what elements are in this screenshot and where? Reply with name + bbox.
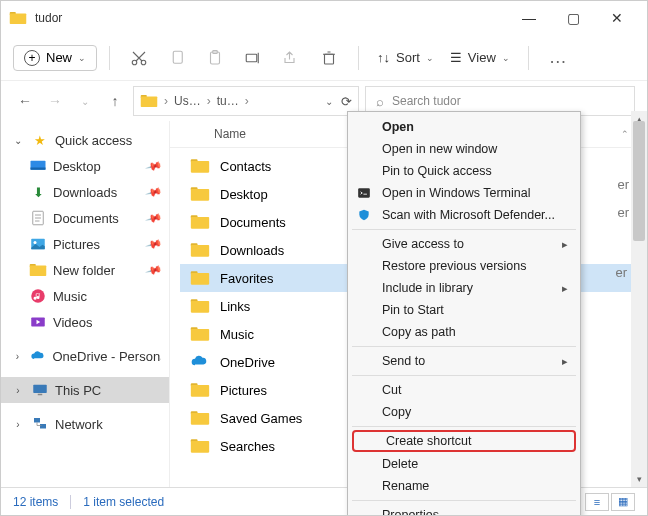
cm-send-to[interactable]: Send to▸ [348,350,580,372]
svg-rect-4 [173,51,182,63]
cm-copy-path[interactable]: Copy as path [348,321,580,343]
cm-include-library[interactable]: Include in library▸ [348,277,580,299]
sidebar-item-quick-access[interactable]: ⌄ ★ Quick access [1,127,169,153]
svg-rect-35 [191,301,209,313]
cm-pin-start[interactable]: Pin to Start [348,299,580,321]
view-label: View [468,50,496,65]
cloud-icon [190,352,210,372]
svg-rect-22 [34,418,40,423]
up-button[interactable]: ↑ [103,89,127,113]
breadcrumb-seg[interactable]: Us… [174,94,201,108]
chevron-right-icon: › [11,419,25,430]
svg-rect-44 [358,188,370,197]
window-title: tudor [35,11,62,25]
cm-give-access[interactable]: Give access to▸ [348,233,580,255]
folder-icon [190,184,210,204]
partial-col-text: er [613,265,629,280]
maximize-button[interactable]: ▢ [563,8,583,28]
svg-rect-12 [31,168,46,170]
copy-icon[interactable] [160,41,194,75]
share-icon[interactable] [274,41,308,75]
cm-open-terminal[interactable]: Open in Windows Terminal [348,182,580,204]
delete-icon[interactable] [312,41,346,75]
window-folder-icon [9,9,27,27]
rename-icon[interactable] [236,41,270,75]
sidebar-item-this-pc[interactable]: › This PC [1,377,169,403]
folder-icon [190,268,210,288]
cm-properties[interactable]: Properties [348,504,580,516]
menu-separator [352,229,576,230]
window-buttons: — ▢ ✕ [519,8,639,28]
close-button[interactable]: ✕ [607,8,627,28]
sidebar-item-network[interactable]: › Network [1,411,169,437]
pin-icon: 📌 [145,235,164,253]
scroll-thumb[interactable] [633,121,645,241]
menu-separator [352,426,576,427]
sidebar-item-new-folder[interactable]: New folder 📌 [1,257,169,283]
chevron-down-icon[interactable]: ⌄ [325,96,333,107]
cm-copy[interactable]: Copy [348,401,580,423]
sidebar-label: OneDrive - Personal [52,349,161,364]
paste-icon[interactable] [198,41,232,75]
svg-rect-1 [10,14,27,25]
sidebar-item-pictures[interactable]: Pictures 📌 [1,231,169,257]
cm-open-new-window[interactable]: Open in new window [348,138,580,160]
breadcrumb[interactable]: › Us… › tu… › ⌄ ⟳ [133,86,359,116]
cm-cut[interactable]: Cut [348,379,580,401]
chevron-down-icon: ⌄ [502,53,510,63]
file-label: OneDrive [220,355,275,370]
sidebar-item-onedrive[interactable]: › OneDrive - Personal [1,343,169,369]
sidebar: ⌄ ★ Quick access Desktop 📌 ⬇ Downloads 📌… [1,121,169,487]
chevron-down-icon: ⌄ [78,53,86,63]
cm-scan-defender[interactable]: Scan with Microsoft Defender... [348,204,580,226]
folder-icon [190,436,210,456]
view-button[interactable]: ☰ View ⌄ [444,46,516,69]
chevron-right-icon: › [11,351,24,362]
file-label: Searches [220,439,275,454]
cm-rename[interactable]: Rename [348,475,580,497]
partial-col-text: er [617,205,629,220]
svg-rect-27 [191,189,209,201]
new-button[interactable]: + New ⌄ [13,45,97,71]
thumbnails-view-button[interactable]: ▦ [611,493,635,511]
sidebar-item-videos[interactable]: Videos [1,309,169,335]
file-label: Documents [220,215,286,230]
sidebar-label: Network [55,417,103,432]
context-menu: Open Open in new window Pin to Quick acc… [347,111,581,516]
cm-pin-quick-access[interactable]: Pin to Quick access [348,160,580,182]
toolbar-separator [528,46,529,70]
sidebar-label: Videos [53,315,93,330]
desktop-icon [29,157,47,175]
cut-icon[interactable] [122,41,156,75]
svg-rect-7 [246,54,257,62]
breadcrumb-seg[interactable]: tu… [217,94,239,108]
cm-delete[interactable]: Delete [348,453,580,475]
more-button[interactable]: … [541,47,577,68]
sidebar-label: New folder [53,263,115,278]
sidebar-item-documents[interactable]: Documents 📌 [1,205,169,231]
vertical-scrollbar[interactable]: ▴ ▾ [631,111,647,487]
forward-button[interactable]: → [43,89,67,113]
cm-create-shortcut[interactable]: Create shortcut [352,430,576,452]
scroll-down-arrow[interactable]: ▾ [631,471,647,487]
details-view-button[interactable]: ≡ [585,493,609,511]
sidebar-item-music[interactable]: Music [1,283,169,309]
cm-restore-previous[interactable]: Restore previous versions [348,255,580,277]
search-placeholder: Search tudor [392,94,461,108]
cm-open[interactable]: Open [348,116,580,138]
svg-rect-8 [325,54,334,64]
folder-icon [190,240,210,260]
folder-icon [190,324,210,344]
pin-icon: 📌 [145,157,164,175]
sort-button[interactable]: ↑↓ Sort ⌄ [371,46,440,69]
titlebar: tudor — ▢ ✕ [1,1,647,35]
file-label: Links [220,299,250,314]
refresh-icon[interactable]: ⟳ [341,94,352,109]
back-button[interactable]: ← [13,89,37,113]
recent-button[interactable]: ⌄ [73,89,97,113]
sidebar-item-desktop[interactable]: Desktop 📌 [1,153,169,179]
svg-rect-25 [191,161,209,173]
download-icon: ⬇ [29,183,47,201]
minimize-button[interactable]: — [519,8,539,28]
sidebar-item-downloads[interactable]: ⬇ Downloads 📌 [1,179,169,205]
